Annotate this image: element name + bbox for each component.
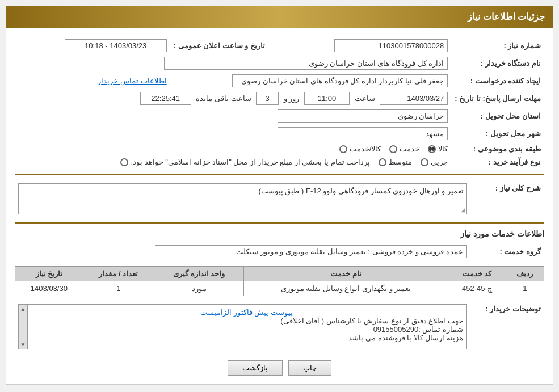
purchase-type-partial-label: جزیی [431,158,448,166]
col-header-quantity: تعداد / مقدار [83,267,154,281]
cell-service_code: چ-45-452 [448,281,506,296]
cell-need_date: 1403/03/30 [15,281,83,296]
scroll-down-arrow[interactable]: ▼ [20,342,26,348]
need-number-box: 1103001578000028 [334,39,448,52]
page-container: جزئیات اطلاعات نیاز شماره نیاز : 1103001… [0,0,559,390]
service-group-label: گروه خدمت : [470,243,544,260]
buyer-notes-line3: شماره تماس :09155005290 [30,325,463,334]
need-number-value: 1103001578000028 [280,37,451,54]
services-table: ردیف کد خدمت نام خدمت واحد اندازه گیری ت… [15,266,544,296]
buyer-notes-value: ▲ ▼ پیوست پیش فاکتور الزامیست جهت اطلاع … [15,302,470,352]
response-time-label: ساعت [355,94,375,103]
buyer-notes-text: پیوست پیش فاکتور الزامیست جهت اطلاع دقیق… [30,308,463,342]
purchase-type-treasury-radio[interactable] [120,158,128,166]
buyer-name-box: اداره کل فرودگاه های استان خراسان رضوی [164,57,448,70]
services-section-title: اطلاعات خدمات مورد نیاز [15,229,544,238]
header-title: جزئیات اطلاعات نیاز [468,12,545,22]
announcement-label: تاریخ و ساعت اعلان عمومی : [170,37,268,54]
delivery-province-value: خراسان رضوی [15,107,451,125]
service-group-value: عمده فروشی و خرده فروشی : تعمیر وسایل نق… [15,243,470,260]
purchase-type-item-partial[interactable]: جزیی [421,158,448,166]
need-description-text: تعمیر و اورهال خودروی کمساز فرودگاهی ولو… [258,187,464,195]
buyer-notes-line4: هزینه ارسال کالا با فروشنده می باشد [30,334,463,342]
purchase-type-treasury-label: پرداخت تمام یا بخشی از مبلغ خریدار از مح… [131,158,370,166]
response-remaining-label: ساعت باقی مانده [196,94,251,103]
category-service-label: خدمت [400,145,419,153]
scroll-up-arrow[interactable]: ▲ [20,306,26,312]
purchase-type-item-medium[interactable]: متوسط [379,158,412,166]
purchase-type-row: جزیی متوسط پرداخت تمام یا بخشی از مبلغ خ… [15,155,451,168]
separator-2 [15,222,544,224]
buyer-notes-label: توضیحات خریدار : [470,302,544,352]
response-deadline-row: 1403/03/27 ساعت 11:00 روز و 3 ساعت باقی … [15,90,451,107]
category-goods-radio[interactable] [428,145,436,153]
need-description-value: تعمیر و اورهال خودروی کمساز فرودگاهی ولو… [15,181,470,217]
delivery-city-value: مشهد [15,125,451,142]
delivery-city-box: مشهد [278,127,448,140]
scroll-bar[interactable]: ▲ ▼ [19,305,28,349]
buyer-name-label: نام دستگاه خریدار : [451,54,544,72]
cell-unit: مورد [154,281,244,296]
cell-quantity: 1 [83,281,154,296]
col-header-service-name: نام خدمت [243,267,448,281]
print-button[interactable]: چاپ [288,360,331,376]
need-description-box: تعمیر و اورهال خودروی کمساز فرودگاهی ولو… [18,183,467,214]
announcement-value: 1403/03/23 - 10:18 [15,37,170,54]
response-time-box: 11:00 [304,92,350,105]
response-date-box: 1403/03/27 [380,92,448,105]
delivery-province-box: خراسان رضوی [278,109,448,123]
table-row: 1چ-45-452تعمیر و نگهداری انواع وسایل نقل… [15,281,544,296]
category-service-radio[interactable] [389,145,397,153]
purchase-type-item-treasury[interactable]: پرداخت تمام یا بخشی از مبلغ خریدار از مح… [120,158,370,166]
buyer-notes-line1: پیوست پیش فاکتور الزامیست [30,308,463,317]
delivery-province-label: استان محل تحویل : [451,107,544,125]
category-label: طبقه بندی موضوعی : [451,142,544,155]
button-row: چاپ بازگشت [15,360,544,376]
content-area: شماره نیاز : 1103001578000028 تاریخ و سا… [6,28,553,385]
category-option-goods[interactable]: کالا [428,145,448,153]
delivery-city-label: شهر محل تحویل : [451,125,544,142]
buyer-notes-container: ▲ ▼ پیوست پیش فاکتور الزامیست جهت اطلاع … [18,304,467,349]
page-header: جزئیات اطلاعات نیاز [6,6,553,28]
resize-handle: ◢ [461,206,465,213]
separator-1 [15,174,544,175]
purchase-type-medium-radio[interactable] [379,158,386,166]
category-option-service[interactable]: خدمت [389,145,419,153]
requester-value: جعفر قلی نیا کاربرداز اداره کل فرودگاه ه… [170,72,452,90]
category-goods-label: کالا [438,145,448,153]
category-both-radio[interactable] [339,145,347,153]
main-info-table: شماره نیاز : 1103001578000028 تاریخ و سا… [15,37,544,168]
buyer-notes-line2: جهت اطلاع دقیق از نوع سفارش با کارشناس (… [30,317,463,325]
category-option-both[interactable]: کالا/خدمت [339,145,381,153]
category-radio-group: کالا خدمت کالا/خدمت [18,145,448,153]
response-days-box: 3 [256,92,279,105]
description-table: شرح کلی نیاز : تعمیر و اورهال خودروی کمس… [15,181,544,217]
purchase-type-medium-label: متوسط [389,158,412,166]
buyer-name-value: اداره کل فرودگاه های استان خراسان رضوی [15,54,451,72]
cell-service_name: تعمیر و نگهداری انواع وسایل نقلیه موتوری [243,281,448,296]
col-header-row-num: ردیف [506,267,544,281]
col-header-service-code: کد خدمت [448,267,506,281]
requester-box: جعفر قلی نیا کاربرداز اداره کل فرودگاه ه… [232,74,448,87]
col-header-need-date: تاریخ نیاز [15,267,83,281]
buyer-notes-box: ▲ ▼ پیوست پیش فاکتور الزامیست جهت اطلاع … [18,304,467,349]
col-header-unit: واحد اندازه گیری [154,267,244,281]
service-group-box: عمده فروشی و خرده فروشی : تعمیر وسایل نق… [155,245,467,258]
purchase-type-partial-radio[interactable] [421,158,428,166]
back-button[interactable]: بازگشت [228,360,283,376]
service-group-table: گروه خدمت : عمده فروشی و خرده فروشی : تع… [15,243,544,260]
cell-row_num: 1 [506,281,544,296]
contact-link[interactable]: اطلاعات تماس خریدار [98,77,166,85]
buyer-notes-table: توضیحات خریدار : ▲ ▼ پیوست پیش فاکتور ال… [15,302,544,352]
purchase-type-label: نوع فرآیند خرید : [451,155,544,168]
announcement-box: 1403/03/23 - 10:18 [65,39,167,52]
response-remaining-box: 22:25:41 [140,92,191,105]
response-deadline-label: مهلت ارسال پاسخ: تا تاریخ : [451,90,544,107]
response-days-label: روز و [284,94,300,103]
category-both-label: کالا/خدمت [350,145,381,153]
purchase-type-group: جزیی متوسط پرداخت تمام یا بخشی از مبلغ خ… [18,158,448,166]
need-number-label: شماره نیاز : [451,37,544,54]
category-row: کالا خدمت کالا/خدمت [15,142,451,155]
need-description-label: شرح کلی نیاز : [470,181,544,217]
requester-label: ایجاد کننده درخواست : [451,72,544,90]
